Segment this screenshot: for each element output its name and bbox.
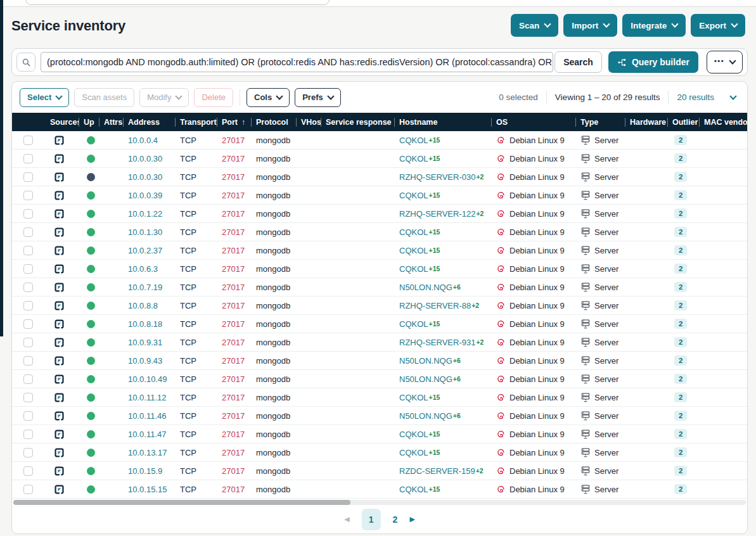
row-checkbox[interactable] (23, 485, 33, 494)
outlier-badge[interactable]: 2 (674, 172, 687, 182)
row-checkbox[interactable] (23, 356, 33, 366)
address-link[interactable]: 10.0.0.30 (128, 154, 162, 163)
row-checkbox[interactable] (23, 154, 33, 163)
outlier-badge[interactable]: 2 (674, 466, 687, 476)
row-checkbox[interactable] (23, 301, 33, 310)
scrollbar-thumb[interactable] (13, 500, 350, 505)
runzero-source-icon[interactable] (54, 153, 65, 164)
address-link[interactable]: 10.0.13.17 (128, 448, 167, 457)
address-link[interactable]: 10.0.9.43 (128, 356, 162, 366)
row-checkbox[interactable] (23, 172, 33, 182)
integrate-button[interactable]: Integrate (622, 14, 686, 37)
next-page-icon[interactable]: ▶ (409, 515, 414, 523)
hostname-link[interactable]: N50LON.NQG+6 (399, 411, 461, 421)
row-checkbox[interactable] (23, 430, 33, 439)
row-checkbox[interactable] (23, 448, 33, 457)
hostname-link[interactable]: RZHQ-SERVER-931+2 (399, 338, 484, 347)
hostname-link[interactable]: CQKOL+15 (399, 430, 440, 439)
column-header-port[interactable]: Port↑ (217, 117, 251, 127)
address-link[interactable]: 10.0.7.19 (128, 283, 162, 292)
outlier-badge[interactable]: 2 (674, 429, 687, 439)
outlier-badge[interactable]: 2 (674, 227, 687, 237)
address-link[interactable]: 10.0.0.39 (128, 191, 162, 200)
address-link[interactable]: 10.0.0.30 (128, 172, 162, 182)
hostname-link[interactable]: CQKOL+15 (399, 485, 440, 494)
outlier-badge[interactable]: 2 (674, 135, 687, 145)
row-checkbox[interactable] (23, 411, 33, 421)
row-checkbox[interactable] (23, 338, 33, 347)
column-header-type[interactable]: Type (575, 117, 625, 127)
column-header-outlier[interactable]: Outlier (667, 117, 699, 127)
row-checkbox[interactable] (23, 283, 33, 292)
address-link[interactable]: 10.0.11.47 (128, 430, 166, 439)
column-header-address[interactable]: Address (123, 117, 175, 127)
chevron-down-icon[interactable] (729, 93, 736, 99)
hostname-link[interactable]: CQKOL+15 (399, 264, 440, 274)
runzero-source-icon[interactable] (54, 190, 65, 201)
address-link[interactable]: 10.0.11.12 (128, 393, 166, 402)
outlier-badge[interactable]: 2 (674, 282, 687, 292)
runzero-source-icon[interactable] (54, 484, 65, 495)
cols-button[interactable]: Cols (247, 88, 290, 107)
address-link[interactable]: 10.0.8.18 (128, 319, 162, 329)
search-button[interactable]: Search (554, 51, 602, 73)
address-link[interactable]: 10.0.1.22 (128, 209, 162, 219)
hostname-link[interactable]: CQKOL+15 (399, 246, 440, 255)
outlier-badge[interactable]: 2 (674, 245, 687, 255)
runzero-source-icon[interactable] (54, 411, 65, 421)
row-checkbox[interactable] (23, 393, 33, 402)
column-header-service-response[interactable]: Service response (321, 117, 394, 127)
search-input[interactable]: (protocol:mongodb AND mongodb.auth:limit… (41, 52, 553, 72)
search-icon-button[interactable] (16, 53, 35, 72)
page-button-1[interactable]: 1 (362, 509, 381, 530)
column-header-up[interactable]: Up (79, 117, 99, 127)
outlier-badge[interactable]: 2 (674, 392, 687, 402)
delete-button[interactable]: Delete (194, 88, 233, 107)
column-header-protocol[interactable]: Protocol (251, 117, 296, 127)
address-link[interactable]: 10.0.1.30 (128, 227, 162, 237)
outlier-badge[interactable]: 2 (674, 190, 687, 200)
address-link[interactable]: 10.0.10.49 (128, 374, 167, 384)
previous-page-icon[interactable]: ◀ (344, 515, 349, 523)
runzero-source-icon[interactable] (54, 264, 65, 274)
column-header-vhost[interactable]: VHost (296, 117, 321, 127)
hostname-link[interactable]: CQKOL+15 (399, 136, 440, 145)
query-builder-button[interactable]: Query builder (608, 51, 698, 73)
outlier-badge[interactable]: 2 (674, 484, 687, 494)
column-header-mac-vendor[interactable]: MAC vendor (699, 117, 747, 127)
outlier-badge[interactable]: 2 (674, 264, 687, 274)
outlier-badge[interactable]: 2 (674, 300, 687, 310)
outlier-badge[interactable]: 2 (674, 411, 687, 421)
per-page-select[interactable]: 20 results (677, 93, 714, 102)
hostname-link[interactable]: RZHQ-SERVER-122+2 (399, 209, 484, 219)
runzero-source-icon[interactable] (54, 208, 65, 219)
column-header-transport[interactable]: Transport (175, 117, 217, 127)
column-header-os[interactable]: OS (491, 117, 575, 127)
address-link[interactable]: 10.0.0.4 (128, 136, 158, 145)
export-button[interactable]: Export (691, 14, 745, 37)
address-link[interactable]: 10.0.15.15 (128, 485, 167, 494)
outlier-badge[interactable]: 2 (674, 153, 687, 163)
outlier-badge[interactable]: 2 (674, 337, 687, 347)
row-checkbox[interactable] (23, 264, 33, 274)
hostname-link[interactable]: N50LON.NQG+6 (399, 374, 461, 384)
address-link[interactable]: 10.0.15.9 (128, 466, 162, 476)
page-button-2[interactable]: 2 (393, 514, 398, 525)
column-header-attrs[interactable]: Attrs (99, 117, 123, 127)
more-options-button[interactable]: ••• (707, 51, 743, 73)
runzero-source-icon[interactable] (54, 392, 65, 403)
select-button[interactable]: Select (20, 88, 69, 107)
row-checkbox[interactable] (23, 227, 33, 237)
horizontal-scrollbar[interactable] (13, 500, 746, 505)
runzero-source-icon[interactable] (54, 319, 65, 329)
column-header-hostname[interactable]: Hostname (394, 117, 491, 127)
prefs-button[interactable]: Prefs (295, 88, 341, 107)
runzero-source-icon[interactable] (54, 447, 65, 458)
address-link[interactable]: 10.0.9.31 (128, 338, 162, 347)
row-checkbox[interactable] (23, 246, 33, 255)
hostname-link[interactable]: RZHQ-SERVER-88+2 (399, 301, 479, 310)
outlier-badge[interactable]: 2 (674, 208, 687, 219)
modify-button[interactable]: Modify (139, 88, 189, 107)
runzero-source-icon[interactable] (54, 300, 65, 311)
hostname-link[interactable]: CQKOL+15 (399, 448, 440, 457)
